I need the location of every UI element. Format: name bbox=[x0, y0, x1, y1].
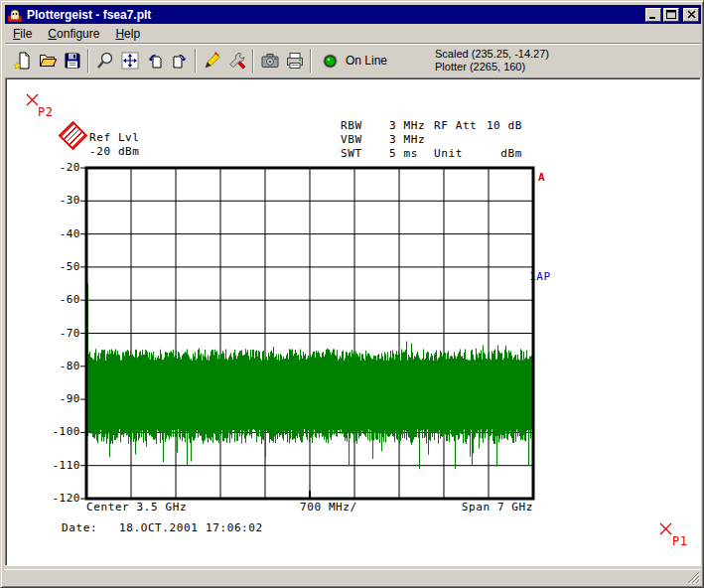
toolbar-separator bbox=[310, 49, 312, 73]
x-axis-span-label: Span 7 GHz bbox=[384, 501, 533, 514]
window-title: Plottergeist - fsea7.plt bbox=[27, 8, 645, 22]
tools-icon bbox=[227, 51, 247, 71]
toolbar: On Line Scaled (235.25, -14.27) Plotter … bbox=[5, 43, 701, 77]
y-tick-label: -60 bbox=[32, 293, 80, 306]
rbw-label: RBW bbox=[341, 119, 362, 132]
y-tick-label: -30 bbox=[32, 194, 80, 207]
y-tick-label: -90 bbox=[32, 392, 80, 405]
magnifier-icon bbox=[95, 51, 115, 71]
menu-configure[interactable]: Configure bbox=[40, 25, 107, 43]
menu-bar: FileConfigureHelp bbox=[5, 25, 701, 43]
page-next-button[interactable] bbox=[167, 49, 192, 74]
ref-lvl-value: -20 dBm bbox=[89, 145, 140, 158]
open-folder-icon bbox=[38, 51, 58, 71]
new-document-icon bbox=[13, 51, 33, 71]
rf-att-value: 10 dB bbox=[440, 119, 522, 132]
toolbar-separator bbox=[87, 49, 89, 73]
menu-file[interactable]: File bbox=[5, 25, 40, 43]
coordinate-readout: Scaled (235.25, -14.27) Plotter (2265, 1… bbox=[435, 48, 549, 74]
plotter-coordinates: Plotter (2265, 160) bbox=[435, 61, 549, 74]
p1-marker-label: P1 bbox=[672, 534, 687, 548]
close-button[interactable] bbox=[683, 8, 699, 22]
page-previous-button[interactable] bbox=[142, 49, 167, 74]
camera-icon bbox=[260, 51, 280, 71]
y-tick-label: -50 bbox=[32, 260, 80, 273]
plot-canvas[interactable]: P2 P1 Ref Lvl -20 dBm RBW 3 MHz RF Att 1… bbox=[5, 77, 701, 566]
resize-grip-icon[interactable] bbox=[687, 571, 700, 584]
zoom-button[interactable] bbox=[92, 49, 117, 74]
spectrum-plot bbox=[78, 164, 541, 508]
maximize-button[interactable] bbox=[663, 8, 679, 22]
date-value: 18.OCT.2001 bbox=[119, 521, 198, 534]
printer-icon bbox=[285, 51, 305, 71]
toolbar-separator bbox=[195, 49, 197, 73]
save-floppy-icon bbox=[63, 51, 82, 71]
y-tick-label: -100 bbox=[32, 425, 80, 438]
app-window: Plottergeist - fsea7.plt FileConfigureHe… bbox=[0, 0, 704, 588]
unit-value: dBm bbox=[440, 147, 522, 160]
title-bar[interactable]: Plottergeist - fsea7.plt bbox=[5, 5, 701, 24]
pen-settings-button[interactable] bbox=[200, 49, 224, 74]
pen-icon bbox=[203, 51, 222, 71]
y-tick-label: -110 bbox=[32, 459, 80, 472]
y-tick-label: -120 bbox=[32, 492, 80, 505]
page-previous-icon bbox=[145, 51, 165, 71]
print-button[interactable] bbox=[282, 49, 307, 74]
online-label: On Line bbox=[346, 54, 387, 68]
x-axis-center-label: Center 3.5 GHz bbox=[86, 501, 187, 514]
fit-arrows-icon bbox=[120, 51, 140, 71]
open-file-button[interactable] bbox=[35, 49, 60, 74]
vbw-label: VBW bbox=[341, 133, 362, 146]
status-bar bbox=[5, 569, 701, 585]
online-led-icon bbox=[323, 54, 338, 69]
ref-lvl-label: Ref Lvl bbox=[89, 131, 140, 144]
minimize-button[interactable] bbox=[645, 8, 661, 22]
close-icon bbox=[687, 10, 696, 19]
rbw-value: 3 MHz bbox=[389, 119, 425, 132]
y-tick-label: -20 bbox=[32, 161, 80, 174]
minimize-icon bbox=[648, 10, 658, 19]
toolbar-separator bbox=[252, 49, 254, 73]
y-tick-label: -40 bbox=[32, 227, 80, 240]
snapshot-button[interactable] bbox=[257, 49, 282, 74]
vbw-value: 3 MHz bbox=[389, 133, 425, 146]
app-ghost-icon bbox=[7, 7, 23, 23]
menu-help[interactable]: Help bbox=[107, 25, 148, 43]
online-status: On Line bbox=[323, 54, 387, 69]
y-tick-label: -70 bbox=[32, 327, 80, 340]
new-document-button[interactable] bbox=[10, 49, 35, 74]
swt-value: 5 ms bbox=[389, 147, 418, 160]
x-axis-perdiv-label: 700 MHz/ bbox=[300, 501, 357, 514]
p2-marker-label: P2 bbox=[38, 105, 53, 119]
y-tick-label: -80 bbox=[32, 360, 80, 372]
time-value: 17:06:02 bbox=[206, 521, 263, 534]
scaled-coordinates: Scaled (235.25, -14.27) bbox=[435, 48, 549, 61]
save-file-button[interactable] bbox=[60, 49, 84, 74]
date-label: Date: bbox=[62, 521, 97, 534]
p1-marker-icon[interactable] bbox=[658, 521, 673, 536]
fit-to-window-button[interactable] bbox=[117, 49, 142, 74]
rs-logo bbox=[59, 121, 88, 151]
tool-settings-button[interactable] bbox=[224, 49, 249, 74]
page-next-icon bbox=[170, 51, 190, 71]
maximize-icon bbox=[666, 10, 676, 19]
swt-label: SWT bbox=[341, 147, 362, 160]
